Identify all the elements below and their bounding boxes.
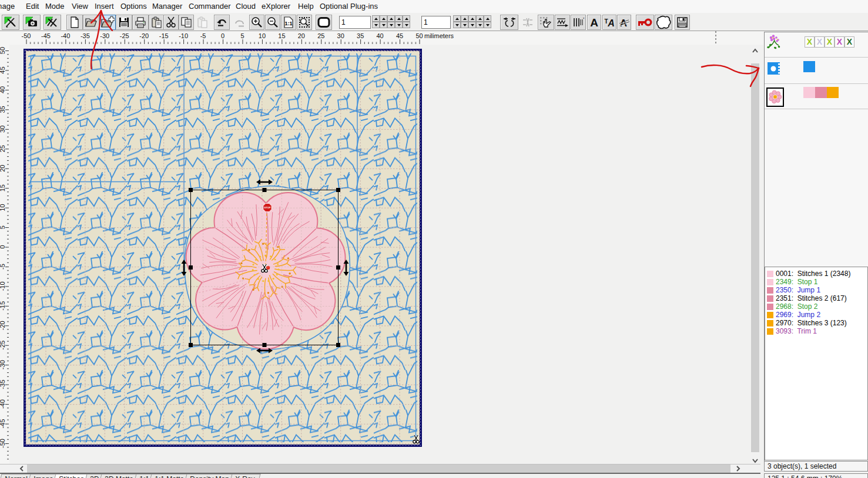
- svg-text:-40: -40: [0, 399, 6, 409]
- svg-text:-20: -20: [0, 321, 6, 330]
- svg-text:15: 15: [278, 32, 285, 39]
- svg-text:45: 45: [396, 32, 403, 39]
- svg-text:25: 25: [0, 145, 6, 152]
- svg-text:-30: -30: [0, 360, 6, 369]
- svg-text:STOP: STOP: [264, 206, 271, 209]
- svg-text:-5: -5: [200, 32, 206, 39]
- svg-text:1:1: 1:1: [284, 21, 292, 26]
- svg-text:-45: -45: [0, 419, 6, 429]
- svg-text:-15: -15: [159, 32, 169, 39]
- svg-text:-15: -15: [0, 301, 6, 311]
- svg-text:30: 30: [0, 126, 6, 133]
- svg-text:35: 35: [0, 106, 6, 113]
- svg-text:50: 50: [0, 47, 6, 54]
- svg-text:40: 40: [376, 32, 383, 39]
- svg-text:5: 5: [0, 225, 6, 229]
- svg-text:45: 45: [0, 66, 6, 73]
- svg-text:-50: -50: [0, 439, 6, 448]
- svg-text:0: 0: [221, 32, 224, 39]
- svg-text:-10: -10: [179, 32, 188, 39]
- svg-text:30: 30: [337, 32, 344, 39]
- svg-text:*: *: [583, 17, 585, 21]
- svg-text:40: 40: [0, 86, 6, 93]
- svg-text:25: 25: [317, 32, 324, 39]
- svg-text:5: 5: [240, 32, 244, 39]
- svg-text:0: 0: [0, 245, 6, 248]
- svg-text:15: 15: [0, 184, 6, 191]
- svg-text:-20: -20: [139, 32, 149, 39]
- svg-text:10: 10: [0, 204, 6, 211]
- svg-text:-5: -5: [0, 264, 6, 270]
- svg-text:-25: -25: [0, 341, 6, 350]
- svg-text:20: 20: [298, 32, 305, 39]
- svg-text:-40: -40: [61, 32, 70, 39]
- svg-text:A: A: [607, 18, 615, 28]
- svg-text:35: 35: [357, 32, 364, 39]
- svg-text:milimeters: milimeters: [424, 32, 454, 39]
- svg-text:-45: -45: [41, 32, 51, 39]
- svg-text:20: 20: [0, 165, 6, 172]
- svg-text:50: 50: [415, 32, 423, 39]
- svg-text:A: A: [590, 16, 598, 28]
- svg-text:10: 10: [259, 32, 266, 39]
- svg-text:-10: -10: [0, 281, 6, 291]
- svg-text:-50: -50: [22, 32, 31, 39]
- svg-text:-35: -35: [0, 380, 6, 389]
